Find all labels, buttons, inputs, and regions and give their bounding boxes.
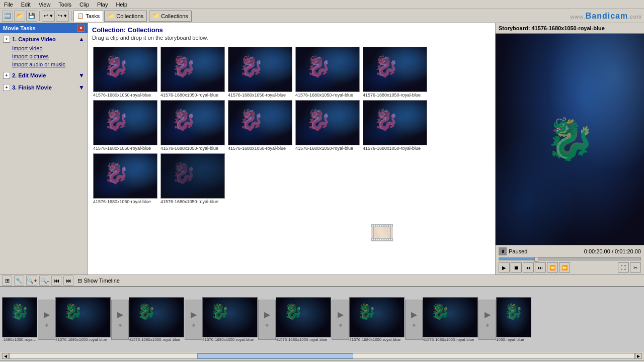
import-video-link[interactable]: Import video [0, 44, 88, 52]
sb-transition-2[interactable]: ▶ ✦ [111, 300, 129, 340]
storyboard-icon-btn[interactable]: ⊞ [2, 276, 12, 286]
clip-item[interactable]: 41576-1680x1050-royal-blue [295, 47, 361, 98]
clip-item[interactable]: 41576-1680x1050-royal-blue [295, 100, 361, 151]
clip-thumb [228, 47, 292, 92]
preview-paused-label: Paused [509, 248, 527, 254]
sb-transition-6[interactable]: ▶ ✦ [405, 300, 423, 340]
sb-thumb-4 [202, 297, 258, 337]
clip-item[interactable]: 41576-1680x1050-royal-blue [228, 47, 293, 98]
transition-star-icon: ✦ [191, 321, 197, 329]
preview-timeline[interactable] [499, 257, 641, 260]
sb-transition-3[interactable]: ▶ ✦ [185, 300, 202, 340]
storyboard-item-5[interactable]: 41576-1680x1050-royal-blue [276, 297, 331, 342]
chevron-up-icon: ▲ [78, 36, 85, 43]
stop-button[interactable]: ⏹ [511, 262, 522, 273]
clip-item[interactable]: 41576-1680x1050-royal-blue [93, 153, 158, 205]
rewind-button[interactable]: ⏪ [547, 262, 558, 273]
storyboard-item-1[interactable]: -1680x1050-royal-blue [2, 297, 37, 342]
clip-thumb [160, 47, 225, 92]
clip-label: 41576-1680x1050-royal-blue [295, 92, 360, 98]
sb-transition-7[interactable]: ▶ ✦ [478, 300, 496, 340]
collection-header: Collection: Collections Drag a clip and … [88, 23, 495, 44]
collection-grid: 41576-1680x1050-royal-blue 41576-1680x10… [88, 44, 495, 208]
play-button[interactable]: ▶ [499, 262, 510, 273]
preview-controls: ⏸ Paused 0:00:20.00 / 0:01:20.00 ▶ ⏹ ⏮ [496, 245, 644, 275]
clip-item[interactable]: 41576-1680x1050-royal-blue [93, 100, 158, 151]
storyboard-item-7[interactable]: 41576-1680x1050-royal-blue [423, 297, 478, 342]
toolbar-save[interactable]: 💾 [26, 11, 37, 22]
toolbar-undo[interactable]: ↩ ▾ [42, 11, 55, 22]
toolbar-new[interactable]: 🆕 [2, 11, 13, 22]
clip-thumb [228, 100, 292, 145]
split-button[interactable]: ✂ [630, 262, 641, 273]
section-capture-header[interactable]: + 1. Capture Video ▲ [0, 34, 88, 44]
menu-file[interactable]: File [2, 2, 15, 8]
clip-item[interactable]: 41576-1680x1050-royal-blue [363, 100, 428, 151]
sidebar-close-button[interactable]: ✕ [77, 25, 85, 32]
clip-thumb [93, 100, 157, 145]
section-capture-label: 1. Capture Video [12, 36, 56, 42]
storyboard-item-3[interactable]: 41576-1680x1050-royal-blue [129, 297, 184, 342]
transition-star-icon: ✦ [338, 321, 344, 329]
clip-thumb [363, 47, 427, 92]
clip-item[interactable]: 41576-1680x1050-royal-blue [228, 100, 293, 151]
tab-collections-1[interactable]: 📁 Collections [104, 11, 147, 22]
tab-collections-2[interactable]: 📁 Collections [149, 11, 192, 22]
zoom-out-btn[interactable]: 🔍- [39, 276, 49, 286]
menu-play[interactable]: Play [95, 2, 110, 8]
prev-frame-button[interactable]: ⏮ [523, 262, 534, 273]
transition-star-icon: ✦ [117, 321, 123, 329]
timeline-icon: ⊟ [77, 278, 82, 284]
menu-bar: File Edit View Tools Clip Play Help [0, 0, 644, 9]
sb-thumb-7 [423, 297, 478, 337]
storyboard-item-2[interactable]: 41576-1680x1050-royal-blue [55, 297, 111, 342]
clip-thumb [295, 47, 360, 92]
horizontal-scrollbar[interactable] [9, 353, 635, 359]
toolbar-redo[interactable]: ↪ ▾ [56, 11, 69, 22]
scroll-right-btn[interactable]: ▶ [635, 353, 642, 359]
zoom-in-btn[interactable]: 🔍+ [26, 276, 37, 286]
prev-clip-btn[interactable]: ⏮ [51, 276, 61, 286]
sb-transition-5[interactable]: ▶ ✦ [332, 300, 349, 340]
section-finish-header[interactable]: + 3. Finish Movie ▼ [0, 82, 88, 93]
import-pictures-link[interactable]: Import pictures [0, 52, 88, 60]
select-tool-btn[interactable]: 🔧 [14, 276, 24, 286]
sb-thumb-2 [55, 297, 111, 337]
menu-view[interactable]: View [37, 2, 53, 8]
storyboard-item-6[interactable]: 41576-1680x1050-royal-blue [349, 297, 405, 342]
preview-timeline-thumb [534, 257, 538, 262]
section-edit-header[interactable]: + 2. Edit Movie ▼ [0, 70, 88, 80]
clip-item[interactable]: 41576-1680x1050-royal-blue [160, 100, 226, 151]
clip-item[interactable]: 41576-1680x1050-royal-blue [93, 47, 158, 98]
preview-video: 🐉 [496, 34, 644, 245]
status-bar: Ready [0, 360, 644, 362]
storyboard-item-8[interactable]: 1050-royal-blue [496, 297, 531, 342]
scroll-left-btn[interactable]: ◀ [2, 353, 9, 359]
menu-help[interactable]: Help [114, 2, 129, 8]
clip-item[interactable]: 41576-1680x1050-royal-blue [160, 153, 226, 205]
chevron-down-icon-edit: ▼ [78, 72, 85, 79]
clip-item[interactable]: 41576-1680x1050-royal-blue [363, 47, 428, 98]
sb-transition-4[interactable]: ▶ ✦ [258, 300, 276, 340]
sb-transition-1[interactable]: ▶ ✦ [38, 300, 55, 340]
next-frame-button[interactable]: ⏭ [535, 262, 546, 273]
sb-thumb-8 [496, 297, 531, 337]
fast-forward-button[interactable]: ⏩ [559, 262, 570, 273]
clip-item[interactable]: 41576-1680x1050-royal-blue [160, 47, 226, 98]
tab-tasks[interactable]: 📋 Tasks [73, 11, 103, 22]
toolbar-open[interactable]: 📂 [14, 11, 25, 22]
sb-thumb-6 [349, 297, 405, 337]
toolbar-sep-2 [71, 11, 71, 21]
menu-edit[interactable]: Edit [19, 2, 33, 8]
sb-label-6: 41576-1680x1050-royal-blue [349, 337, 405, 342]
menu-tools[interactable]: Tools [56, 2, 73, 8]
clip-thumb [93, 153, 157, 199]
transition-star-icon: ✦ [485, 321, 491, 329]
fullscreen-button[interactable]: ⛶ [618, 262, 629, 273]
next-clip-btn[interactable]: ⏭ [63, 276, 73, 286]
clip-label: 41576-1680x1050-royal-blue [93, 145, 157, 151]
storyboard-item-4[interactable]: 41576-1680x1050-royal-blue [202, 297, 258, 342]
import-audio-link[interactable]: Import audio or music [0, 60, 88, 68]
menu-clip[interactable]: Clip [77, 2, 91, 8]
show-timeline-button[interactable]: ⊟ Show Timeline [75, 277, 122, 285]
